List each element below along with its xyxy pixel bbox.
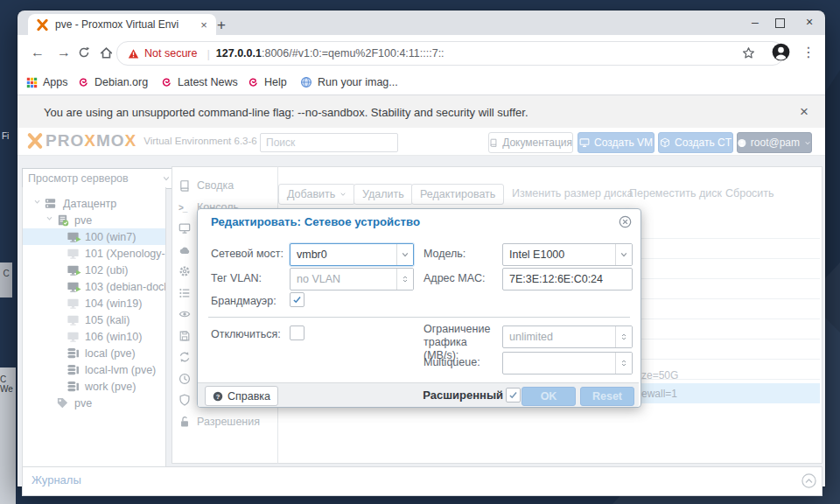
profile-avatar-icon[interactable]: [772, 43, 790, 61]
divider: |: [206, 47, 209, 60]
mac-input[interactable]: [503, 269, 632, 290]
sync-icon: [178, 351, 191, 363]
tree-item-vm-103[interactable]: 103 (debian-dock): [23, 278, 165, 295]
proxmox-favicon: [36, 18, 49, 32]
user-icon: [738, 138, 746, 148]
tree-item-node-pve[interactable]: pve: [23, 212, 165, 228]
multiqueue-input[interactable]: [503, 353, 615, 374]
new-tab-button[interactable]: +: [212, 16, 231, 35]
tree-item-storage-work[interactable]: work (pve): [23, 378, 165, 395]
tree-item-vm-104[interactable]: 104 (win19): [23, 295, 165, 312]
floppy-icon: [178, 330, 191, 342]
menu-item-permissions[interactable]: Разрешения: [172, 411, 277, 432]
expand-panel-icon[interactable]: [802, 473, 816, 488]
mac-field[interactable]: [502, 268, 633, 290]
resource-tree: Датацентр pve 100 (win7) 101 (Xpenology-…: [22, 187, 166, 482]
tree-item-vm-105[interactable]: 105 (kali): [23, 312, 165, 328]
window-maximize-button[interactable]: [775, 18, 785, 28]
tree-item-datacenter[interactable]: Датацентр: [23, 195, 165, 212]
spinner-arrows-icon[interactable]: [615, 326, 632, 347]
tree-item-vm-106[interactable]: 106 (win10): [23, 328, 165, 345]
reset-button[interactable]: Reset: [580, 387, 634, 406]
browser-menu-icon[interactable]: ⋮: [798, 42, 819, 63]
expander-icon[interactable]: [46, 214, 53, 222]
menu-item-summary[interactable]: Сводка: [172, 175, 277, 196]
user-menu-button[interactable]: root@pam: [737, 132, 812, 153]
reload-icon[interactable]: [78, 46, 90, 59]
infobar-close-icon[interactable]: ×: [795, 103, 813, 121]
chevron-down-icon[interactable]: [615, 244, 632, 265]
bookmark-apps[interactable]: Apps: [26, 70, 68, 94]
tab-close-icon[interactable]: ×: [197, 18, 211, 32]
model-combo[interactable]: [502, 243, 633, 266]
create-vm-button[interactable]: Создать VM: [578, 132, 654, 153]
home-icon[interactable]: [100, 46, 113, 60]
create-ct-button[interactable]: Создать CT: [658, 132, 733, 153]
edit-button[interactable]: Редактировать: [411, 184, 504, 205]
search-input[interactable]: [260, 133, 398, 152]
disconnect-checkbox[interactable]: [290, 326, 304, 340]
dialog-title: Редактировать: Сетевое устройство: [211, 215, 420, 228]
rate-limit-input[interactable]: [503, 326, 615, 347]
bookmark-latest-news[interactable]: Latest News: [160, 70, 238, 94]
tree-item-storage-local[interactable]: local (pve): [23, 345, 165, 361]
revert-button[interactable]: Сбросить: [718, 184, 782, 203]
eye-icon: [178, 308, 191, 320]
server-view-selector[interactable]: Просмотр серверов: [22, 168, 177, 189]
question-circle-icon: [213, 391, 223, 402]
bookmark-star-icon[interactable]: [742, 46, 755, 60]
remove-button[interactable]: Удалить: [354, 184, 413, 205]
spinner-arrows-icon[interactable]: [396, 269, 413, 290]
dialog-help-button[interactable]: Справка: [205, 386, 278, 406]
documentation-button[interactable]: Документация: [488, 132, 573, 153]
desktop: Fi C C We pve - Proxmox Virtual Envi × +…: [0, 0, 840, 504]
vlan-input[interactable]: [290, 269, 396, 290]
storage-icon: [66, 363, 80, 376]
node-icon: [56, 214, 69, 227]
hardware-row-fragment-size: ze=50G: [641, 369, 678, 382]
tree-item-pool-pve[interactable]: pve: [23, 395, 165, 411]
bookmark-run-your-image[interactable]: Run your imag...: [300, 70, 398, 94]
bookmark-debian[interactable]: Debian.org: [77, 70, 148, 94]
vm-stopped-icon: [66, 247, 80, 260]
vlan-spinner[interactable]: [290, 268, 414, 290]
tree-item-vm-101[interactable]: 101 (Xpenology-Ds36: [23, 245, 165, 262]
rate-limit-spinner[interactable]: [502, 326, 633, 348]
history-icon: [178, 373, 191, 385]
back-icon[interactable]: ←: [27, 42, 48, 63]
bridge-input[interactable]: [290, 244, 396, 265]
running-badge-icon: [74, 235, 82, 243]
bookmark-label: Latest News: [178, 76, 238, 88]
dialog-close-icon[interactable]: [619, 215, 632, 228]
spinner-arrows-icon[interactable]: [615, 353, 632, 374]
add-button[interactable]: Добавить: [278, 184, 355, 205]
bridge-combo[interactable]: [290, 243, 414, 266]
background-window-fragment: C: [0, 262, 12, 298]
list-icon: [178, 287, 191, 299]
firewall-label: Брандмауэр:: [211, 295, 276, 307]
model-input[interactable]: [503, 244, 615, 265]
browser-tab[interactable]: pve - Proxmox Virtual Envi ×: [28, 14, 216, 35]
ok-button[interactable]: OK: [522, 387, 576, 406]
expander-icon[interactable]: [33, 198, 41, 206]
debian-swirl-icon: [247, 76, 259, 88]
advanced-checkbox[interactable]: [506, 388, 521, 402]
tab-title: pve - Proxmox Virtual Envi: [55, 18, 197, 31]
tree-item-vm-100[interactable]: 100 (win7): [23, 228, 165, 245]
window-close-button[interactable]: ×: [800, 15, 819, 31]
vlan-label: Тег VLAN:: [211, 272, 262, 284]
move-disk-button[interactable]: Переместить диск: [621, 184, 730, 203]
forward-icon[interactable]: →: [53, 42, 74, 63]
tree-item-vm-102[interactable]: 102 (ubi): [23, 262, 165, 278]
bookmark-help[interactable]: Help: [247, 70, 287, 94]
chevron-down-icon[interactable]: [396, 244, 413, 265]
tree-item-storage-local-lvm[interactable]: local-lvm (pve): [23, 361, 165, 378]
window-minimize-button[interactable]: –: [746, 15, 765, 31]
firewall-checkbox[interactable]: [290, 292, 304, 307]
bookmark-label: Help: [264, 76, 287, 88]
running-badge-icon: [74, 269, 82, 276]
desktop-icon-label-fragment: Fi: [2, 131, 9, 141]
address-bar[interactable]: Not secure | 127.0.0.1 :8006/#v1:0:=qemu…: [116, 41, 784, 66]
logs-title: Журналы: [32, 473, 81, 486]
multiqueue-spinner[interactable]: [502, 352, 633, 374]
